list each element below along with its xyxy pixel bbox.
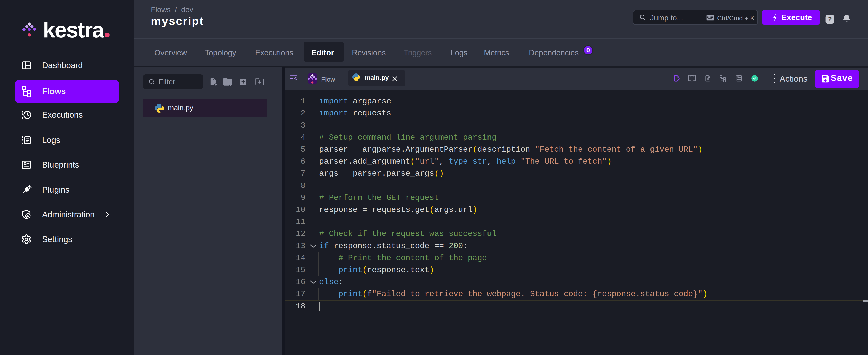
svg-text:?: ?	[828, 15, 832, 23]
